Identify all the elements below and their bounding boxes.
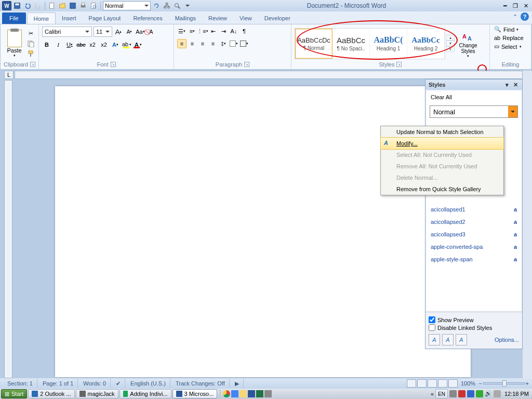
taskbar-item[interactable]: magicJack (76, 389, 118, 398)
draft-view-icon[interactable] (448, 379, 458, 388)
preview-icon[interactable] (89, 1, 98, 10)
select-button[interactable]: ▭Select ▾ (493, 43, 523, 50)
status-lang[interactable]: English (U.S.) (126, 379, 170, 388)
ruler-toggle[interactable]: L (4, 71, 14, 79)
align-center-icon[interactable]: ≡ (188, 39, 197, 48)
bullets-icon[interactable]: ☰▾ (177, 26, 187, 36)
help-icon[interactable]: ? (521, 12, 529, 21)
tab-mailings[interactable]: Mailings (169, 12, 202, 24)
web-view-icon[interactable] (428, 379, 437, 388)
style-list-item[interactable]: apple-converted-spaa (427, 241, 521, 253)
explorer-icon[interactable] (240, 390, 247, 397)
font-launcher[interactable]: ↘ (111, 62, 116, 67)
pane-menu-icon[interactable]: ▾ (503, 81, 511, 88)
tab-insert[interactable]: Insert (56, 12, 83, 24)
replace-button[interactable]: abReplace (493, 34, 525, 42)
cut-icon[interactable]: ✂ (26, 29, 35, 38)
status-words[interactable]: Words: 0 (79, 379, 111, 388)
tray-icon-2[interactable] (458, 390, 466, 397)
numbering-icon[interactable]: ≡▾ (188, 26, 197, 36)
borders-icon[interactable]: ▾ (240, 39, 249, 48)
tab-home[interactable]: Home (27, 12, 56, 24)
horizontal-ruler[interactable] (15, 71, 523, 79)
taskbar-item[interactable]: Adding Indivi... (119, 389, 171, 398)
change-case-icon[interactable]: Aa▾ (136, 27, 145, 36)
styles-launcher[interactable]: ↘ (396, 62, 402, 67)
tab-page-layout[interactable]: Page Layout (83, 12, 127, 24)
find-button[interactable]: 🔍Find ▾ (493, 25, 520, 33)
manage-styles-icon[interactable]: A (456, 334, 467, 345)
justify-icon[interactable]: ≡ (208, 39, 218, 48)
new-style-icon[interactable]: A (429, 334, 440, 345)
zoom-icon[interactable] (172, 1, 182, 10)
zoom-in-icon[interactable]: + (526, 380, 529, 387)
app-icon[interactable]: W (2, 1, 11, 10)
shrink-font-icon[interactable]: A▾ (125, 27, 134, 36)
print-icon[interactable] (78, 1, 88, 10)
style-list-item[interactable]: acicollapsed2a (427, 216, 521, 228)
zoom-out-icon[interactable]: − (478, 380, 482, 387)
qat-custom-icon[interactable] (183, 1, 192, 10)
paste-button[interactable]: Paste▾ (4, 26, 25, 61)
multilevel-icon[interactable]: ⋮≡▾ (198, 26, 207, 36)
chrome-icon[interactable] (223, 390, 230, 397)
clear-format-icon[interactable]: A⃠ (147, 27, 156, 36)
status-track[interactable]: Track Changes: Off (171, 379, 230, 388)
show-preview-checkbox[interactable]: Show Preview (429, 316, 519, 323)
style-item[interactable]: AaBbC(Heading 1 (370, 29, 407, 59)
tab-references[interactable]: References (127, 12, 168, 24)
clear-all-button[interactable]: Clear All (427, 91, 521, 103)
font-name-combo[interactable]: Calibri (42, 26, 92, 37)
zoom-slider[interactable] (483, 382, 525, 384)
font-color-icon[interactable]: A▾ (134, 40, 143, 49)
ribbon-minimize-icon[interactable]: ⌃ (513, 14, 517, 20)
word-tray-icon[interactable] (248, 390, 255, 397)
qat-style-combo[interactable]: Normal (103, 1, 151, 10)
tray-collapse-icon[interactable]: « (431, 391, 434, 397)
disable-linked-checkbox[interactable]: Disable Linked Styles (429, 324, 519, 331)
tray-icon-5[interactable] (494, 390, 501, 397)
ctx-update[interactable]: Update Normal to Match Selection (381, 126, 503, 138)
line-spacing-icon[interactable]: ‡▾ (219, 39, 228, 48)
show-marks-icon[interactable]: ¶ (240, 26, 249, 36)
google-icon[interactable] (231, 390, 238, 397)
status-macro-icon[interactable]: ▶ (231, 379, 244, 388)
copy-icon[interactable] (26, 39, 35, 48)
format-painter-icon[interactable] (26, 49, 35, 58)
status-proof-icon[interactable]: ✔ (112, 379, 125, 388)
sort-icon[interactable]: A↓ (229, 26, 238, 36)
style-dropdown-icon[interactable] (508, 106, 517, 117)
minimize-icon[interactable]: ━ (501, 2, 509, 9)
align-right-icon[interactable]: ≡ (198, 39, 207, 48)
save-icon[interactable] (12, 1, 22, 10)
change-styles-button[interactable]: AA Change Styles▾ (456, 26, 481, 61)
ctx-remove-quick[interactable]: Remove from Quick Style Gallery (381, 183, 503, 195)
tray-icon-1[interactable] (449, 390, 457, 397)
tray-volume-icon[interactable]: 🔊 (485, 390, 492, 397)
taskbar-item[interactable]: 2 Outlook ... (28, 389, 74, 398)
new-icon[interactable] (47, 1, 57, 10)
highlight-icon[interactable]: ab▾ (122, 40, 131, 49)
redo-icon[interactable] (33, 1, 43, 10)
clock[interactable]: 12:18 PM (504, 391, 529, 397)
options-link[interactable]: Options... (495, 337, 519, 343)
start-button[interactable]: ⊞Start (1, 389, 27, 398)
tray-icon-4[interactable] (476, 390, 483, 397)
style-list-item[interactable]: acicollapsed1a (427, 203, 521, 216)
style-list-item[interactable]: acicollapsed3a (427, 228, 521, 241)
gallery-scroll[interactable]: ▴▾⊽ (446, 35, 455, 52)
font-size-combo[interactable]: 11 (94, 26, 112, 37)
grow-font-icon[interactable]: A▴ (114, 27, 123, 36)
ctx-modify[interactable]: AModify... (380, 137, 504, 150)
pane-close-icon[interactable]: ✕ (512, 81, 519, 88)
tab-developer[interactable]: Developer (258, 12, 297, 24)
fullscreen-view-icon[interactable] (417, 379, 427, 388)
save2-icon[interactable] (68, 1, 77, 10)
tray-icon-3[interactable] (467, 390, 474, 397)
tab-review[interactable]: Review (202, 12, 233, 24)
undo-icon[interactable] (23, 1, 32, 10)
clipboard-launcher[interactable]: ↘ (30, 62, 35, 67)
current-style-combo[interactable]: Normal (430, 105, 518, 118)
open-icon[interactable] (58, 1, 67, 10)
repeat-icon[interactable] (152, 1, 161, 10)
